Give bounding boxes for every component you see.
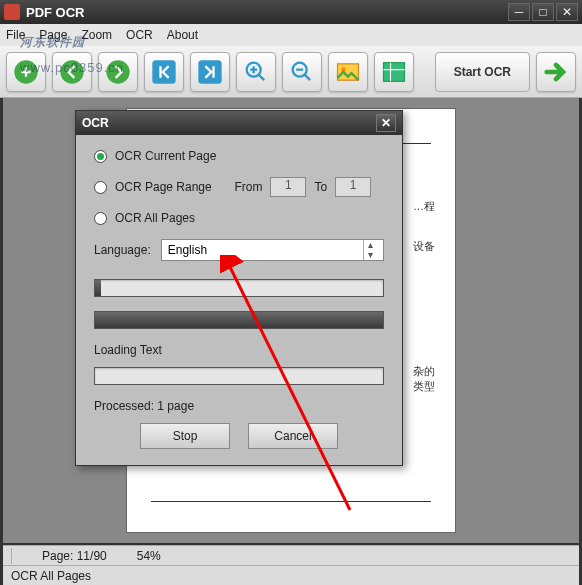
- dialog-titlebar: OCR ✕: [76, 111, 402, 135]
- loading-text: Loading Text: [94, 343, 384, 357]
- progress-bar-3: [94, 367, 384, 385]
- export-button[interactable]: [374, 52, 414, 92]
- cancel-button[interactable]: Cancel: [248, 423, 338, 449]
- to-input[interactable]: 1: [335, 177, 371, 197]
- svg-rect-9: [384, 62, 405, 81]
- open-button[interactable]: [6, 52, 46, 92]
- svg-point-1: [60, 60, 83, 83]
- radio-all-pages-label: OCR All Pages: [115, 211, 195, 225]
- next-page-button[interactable]: [98, 52, 138, 92]
- radio-page-range[interactable]: [94, 181, 107, 194]
- status-zoom: 54%: [137, 549, 161, 563]
- progress-bar-1: [94, 279, 384, 297]
- page-text: …程: [413, 199, 435, 214]
- dialog-title: OCR: [82, 116, 109, 130]
- ocr-dialog: OCR ✕ OCR Current Page OCR Page Range Fr…: [75, 110, 403, 466]
- radio-current-page[interactable]: [94, 150, 107, 163]
- maximize-button[interactable]: □: [532, 3, 554, 21]
- from-input[interactable]: 1: [270, 177, 306, 197]
- close-button[interactable]: ✕: [556, 3, 578, 21]
- page-text: 设备: [413, 239, 435, 254]
- toolbar: Start OCR: [0, 46, 582, 98]
- first-page-button[interactable]: [144, 52, 184, 92]
- titlebar: PDF OCR ─ □ ✕: [0, 0, 582, 24]
- zoom-out-button[interactable]: [282, 52, 322, 92]
- radio-page-range-label: OCR Page Range: [115, 180, 212, 194]
- menu-zoom[interactable]: Zoom: [81, 28, 112, 42]
- status-page: Page: 11/90: [42, 549, 107, 563]
- go-button[interactable]: [536, 52, 576, 92]
- zoom-in-button[interactable]: [236, 52, 276, 92]
- menu-about[interactable]: About: [167, 28, 198, 42]
- page-text: 杂的 类型: [413, 364, 435, 394]
- menubar: File Page Zoom OCR About: [0, 24, 582, 46]
- prev-page-button[interactable]: [52, 52, 92, 92]
- start-ocr-button[interactable]: Start OCR: [435, 52, 530, 92]
- stop-button[interactable]: Stop: [140, 423, 230, 449]
- minimize-button[interactable]: ─: [508, 3, 530, 21]
- menu-ocr[interactable]: OCR: [126, 28, 153, 42]
- image-button[interactable]: [328, 52, 368, 92]
- menu-page[interactable]: Page: [39, 28, 67, 42]
- menu-file[interactable]: File: [6, 28, 25, 42]
- radio-all-pages[interactable]: [94, 212, 107, 225]
- radio-current-page-label: OCR Current Page: [115, 149, 216, 163]
- ocr-status-text: OCR All Pages: [11, 569, 91, 583]
- dialog-close-button[interactable]: ✕: [376, 114, 396, 132]
- window-title: PDF OCR: [26, 5, 508, 20]
- app-icon: [4, 4, 20, 20]
- ocr-status-bar: OCR All Pages: [3, 565, 579, 585]
- statusbar: Page: 11/90 54%: [3, 545, 579, 565]
- chevron-updown-icon: ▴▾: [363, 240, 377, 260]
- language-select[interactable]: English ▴▾: [161, 239, 384, 261]
- svg-point-2: [106, 60, 129, 83]
- language-label: Language:: [94, 243, 151, 257]
- processed-text: Processed: 1 page: [94, 399, 384, 413]
- progress-bar-2: [94, 311, 384, 329]
- language-value: English: [168, 243, 363, 257]
- last-page-button[interactable]: [190, 52, 230, 92]
